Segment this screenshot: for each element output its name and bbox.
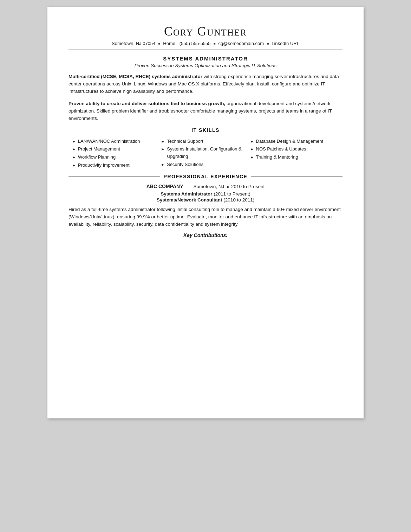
skill-item: ►NOS Patches & Updates: [250, 146, 339, 153]
contact-phone-label: Home:: [163, 41, 176, 46]
skills-line-right: [223, 130, 342, 130]
company-em-dash: —: [186, 184, 192, 189]
bullet-icon: ■: [227, 185, 229, 189]
contact-linkedin: LinkedIn URL: [272, 41, 299, 46]
company-name: ABC COMPANY: [146, 184, 183, 189]
skill-item: ►Productivity Improvement: [72, 162, 161, 169]
arrow-icon: ►: [250, 154, 254, 161]
contact-email: cg@somedomain.com: [218, 41, 264, 46]
role-1-title: Systems Administrator: [161, 191, 212, 197]
summary-second-bold: Proven ability to create and deliver sol…: [68, 101, 225, 106]
job-description: Hired as a full-time systems administrat…: [68, 206, 342, 228]
skills-col-3: ►Database Design & Management ►NOS Patch…: [250, 138, 339, 170]
skills-col-2: ►Technical Support ►Systems Installation…: [161, 138, 250, 170]
skills-header-row: IT Skills: [68, 127, 342, 133]
skills-title: IT Skills: [191, 127, 220, 133]
arrow-icon: ►: [250, 139, 254, 145]
skill-item: ►Training & Mentoring: [250, 154, 339, 161]
arrow-icon: ►: [72, 146, 76, 153]
arrow-icon: ►: [72, 162, 76, 169]
skills-line-left: [68, 130, 188, 130]
skill-item: ►Database Design & Management: [250, 138, 339, 145]
contact-line: Sometown, NJ 07054 ■ Home: (555) 555-555…: [68, 41, 342, 46]
skills-col-1: ►LAN/WAN/NOC Administration ►Project Man…: [72, 138, 161, 170]
key-contributions-label: Key Contributions:: [68, 232, 342, 238]
job-title: Systems Administrator: [68, 56, 342, 62]
role-2-line: Systems/Network Consultant (2010 to 2011…: [68, 197, 342, 203]
arrow-icon: ►: [72, 154, 76, 161]
skill-item: ►LAN/WAN/NOC Administration: [72, 138, 161, 145]
professional-experience-section: Professional Experience ABC COMPANY — So…: [68, 173, 342, 238]
summary-lead-bold: Multi-certified (MCSE, MCSA, RHCE) syste…: [68, 74, 202, 79]
skill-item: ►Systems Installation, Configuration & U…: [161, 146, 250, 160]
sep1: ■: [158, 41, 160, 45]
candidate-name: Cory Gunther: [68, 24, 342, 39]
summary-paragraph-2: Proven ability to create and deliver sol…: [68, 100, 342, 122]
company-date-range: 2010 to Present: [231, 184, 265, 189]
company-line: ABC COMPANY — Sometown, NJ ■ 2010 to Pre…: [68, 184, 342, 189]
job-title-section: Systems Administrator Proven Success in …: [68, 56, 342, 68]
skill-item: ►Technical Support: [161, 138, 250, 145]
role-1-dates: (2011 to Present): [214, 191, 250, 197]
summary-paragraph-1: Multi-certified (MCSE, MCSA, RHCE) syste…: [68, 73, 342, 95]
skills-section: IT Skills ►LAN/WAN/NOC Administration ►P…: [68, 127, 342, 170]
arrow-icon: ►: [72, 139, 76, 145]
skill-item: ►Security Solutions: [161, 161, 250, 168]
resume-page: Cory Gunther Sometown, NJ 07054 ■ Home: …: [47, 7, 364, 418]
skill-item: ►Project Management: [72, 146, 161, 153]
contact-location: Sometown, NJ 07054: [112, 41, 155, 46]
arrow-icon: ►: [161, 139, 165, 145]
job-subtitle: Proven Success in Systems Optimization a…: [68, 63, 342, 68]
arrow-icon: ►: [161, 146, 165, 153]
sep3: ■: [267, 41, 269, 45]
header-divider: [68, 50, 342, 50]
prof-exp-header-row: Professional Experience: [68, 173, 342, 180]
role-2-dates: (2010 to 2011): [223, 197, 254, 203]
company-location: Sometown, NJ: [194, 184, 224, 189]
arrow-icon: ►: [250, 146, 254, 153]
prof-exp-title: Professional Experience: [164, 173, 248, 180]
arrow-icon: ►: [161, 162, 165, 168]
skills-columns: ►LAN/WAN/NOC Administration ►Project Man…: [68, 138, 342, 170]
prof-exp-line-left: [68, 177, 160, 177]
header-section: Cory Gunther Sometown, NJ 07054 ■ Home: …: [68, 24, 342, 46]
skill-item: ►Workflow Planning: [72, 154, 161, 161]
contact-phone: (555) 555-5555: [180, 41, 211, 46]
sep2: ■: [214, 41, 216, 45]
role-1-line: Systems Administrator (2011 to Present): [68, 191, 342, 197]
prof-exp-line-right: [251, 177, 342, 177]
role-2-title: Systems/Network Consultant: [157, 197, 222, 203]
